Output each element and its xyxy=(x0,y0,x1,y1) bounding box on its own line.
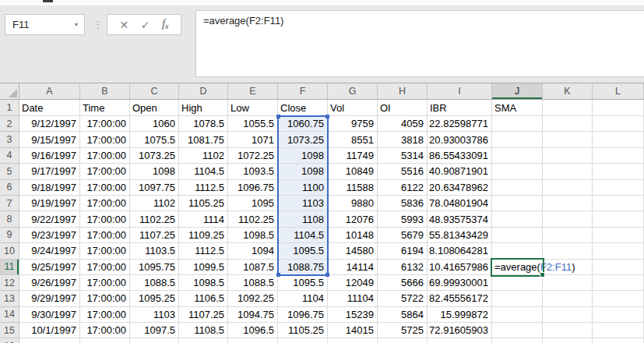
cell-F12[interactable]: 1095.5 xyxy=(278,275,328,291)
cell-I10[interactable]: 8.108064281 xyxy=(428,243,492,259)
cell-G10[interactable]: 14580 xyxy=(328,243,378,259)
cell-L4[interactable] xyxy=(593,148,644,164)
cell-C6[interactable]: 1097.75 xyxy=(130,180,179,196)
cell-B13[interactable]: 17:00:00 xyxy=(80,291,130,306)
cell-H9[interactable]: 5679 xyxy=(378,228,428,243)
cell-B3[interactable]: 17:00:00 xyxy=(80,132,130,147)
cell-D4[interactable]: 1102 xyxy=(179,148,228,164)
column-header-F[interactable]: F xyxy=(278,83,328,100)
cell-L5[interactable] xyxy=(593,164,644,179)
cell-C10[interactable]: 1103.5 xyxy=(130,243,179,259)
cell-G8[interactable]: 12076 xyxy=(328,211,378,227)
cell-E15[interactable]: 1096.5 xyxy=(228,323,278,338)
cell-J14[interactable] xyxy=(492,307,543,323)
cell-H10[interactable]: 6194 xyxy=(378,243,428,259)
cell-I11[interactable]: 10.41657986 xyxy=(428,260,492,275)
cell-C3[interactable]: 1075.5 xyxy=(130,132,179,147)
row-header-7[interactable]: 7 xyxy=(0,196,19,211)
cell-A9[interactable]: 9/23/1997 xyxy=(19,228,80,243)
cell-C5[interactable]: 1098 xyxy=(130,164,179,179)
row-header-12[interactable]: 12 xyxy=(0,275,19,291)
row-header-9[interactable]: 9 xyxy=(0,228,19,243)
cell-D10[interactable]: 1112.5 xyxy=(179,243,228,259)
cell-B8[interactable]: 17:00:00 xyxy=(80,211,130,227)
row-header-10[interactable]: 10 xyxy=(0,243,19,259)
row-header-4[interactable]: 4 xyxy=(0,148,19,164)
cell-K15[interactable] xyxy=(543,323,593,338)
row-header-15[interactable]: 15 xyxy=(0,323,19,338)
cell-A13[interactable]: 9/29/1997 xyxy=(19,291,80,306)
name-box-dropdown-icon[interactable]: ▾ xyxy=(75,22,78,28)
cell-E3[interactable]: 1071 xyxy=(228,132,278,147)
cell-A11[interactable]: 9/25/1997 xyxy=(19,260,80,275)
cell-E7[interactable]: 1095 xyxy=(228,196,278,211)
cell-J10[interactable] xyxy=(492,243,543,259)
row-header-8[interactable]: 8 xyxy=(0,211,19,227)
cell-A4[interactable]: 9/16/1997 xyxy=(19,148,80,164)
row-header-16[interactable]: 16 xyxy=(0,338,19,343)
column-header-E[interactable]: E xyxy=(228,83,278,100)
cell-B6[interactable]: 17:00:00 xyxy=(80,180,130,196)
cell-E1[interactable]: Low xyxy=(228,100,278,116)
cell-J7[interactable] xyxy=(492,196,543,211)
cell-K9[interactable] xyxy=(543,228,593,243)
column-header-L[interactable]: L xyxy=(593,83,644,100)
cell-B11[interactable]: 17:00:00 xyxy=(80,260,130,275)
row-header-11[interactable]: 11 xyxy=(0,260,19,275)
cell-J16[interactable] xyxy=(492,338,543,343)
cell-F14[interactable]: 1096.75 xyxy=(278,307,328,323)
cell-D2[interactable]: 1078.5 xyxy=(179,116,228,132)
cell-D5[interactable]: 1104.5 xyxy=(179,164,228,179)
cell-K8[interactable] xyxy=(543,211,593,227)
cell-H13[interactable]: 5722 xyxy=(378,291,428,306)
cell-D9[interactable]: 1109.25 xyxy=(179,228,228,243)
formula-bar-input[interactable]: =average(F2:F11) xyxy=(195,10,644,77)
cell-E9[interactable]: 1098.5 xyxy=(228,228,278,243)
cell-J4[interactable] xyxy=(492,148,543,164)
cell-I4[interactable]: 86.55433091 xyxy=(428,148,492,164)
cell-K14[interactable] xyxy=(543,307,593,323)
cell-G5[interactable]: 10849 xyxy=(328,164,378,179)
cell-F9[interactable]: 1104.5 xyxy=(278,228,328,243)
cell-I6[interactable]: 20.63478962 xyxy=(428,180,492,196)
cell-J5[interactable] xyxy=(492,164,543,179)
name-box[interactable]: F11 ▾ xyxy=(5,14,85,35)
cell-E12[interactable]: 1088.5 xyxy=(228,275,278,291)
cell-L3[interactable] xyxy=(593,132,644,147)
cell-L8[interactable] xyxy=(593,211,644,227)
cell-D8[interactable]: 1114 xyxy=(179,211,228,227)
cell-D7[interactable]: 1105.25 xyxy=(179,196,228,211)
cell-L1[interactable] xyxy=(593,100,644,116)
cell-K10[interactable] xyxy=(543,243,593,259)
cell-I1[interactable]: IBR xyxy=(428,100,492,116)
cell-H7[interactable]: 5836 xyxy=(378,196,428,211)
cell-L10[interactable] xyxy=(593,243,644,259)
cell-I9[interactable]: 55.81343429 xyxy=(428,228,492,243)
cell-C16[interactable]: 1105.25 xyxy=(130,338,179,343)
cell-C8[interactable]: 1102.25 xyxy=(130,211,179,227)
cell-K1[interactable] xyxy=(543,100,593,116)
cell-F3[interactable]: 1073.25 xyxy=(278,132,328,147)
cell-C14[interactable]: 1103 xyxy=(130,307,179,323)
cell-I7[interactable]: 78.04801904 xyxy=(428,196,492,211)
cell-C2[interactable]: 1060 xyxy=(130,116,179,132)
cell-H5[interactable]: 5516 xyxy=(378,164,428,179)
cell-B14[interactable]: 17:00:00 xyxy=(80,307,130,323)
row-header-6[interactable]: 6 xyxy=(0,180,19,196)
cell-B16[interactable]: 17:00:00 xyxy=(80,338,130,343)
cell-B1[interactable]: Time xyxy=(80,100,130,116)
cell-C11[interactable]: 1095.75 xyxy=(130,260,179,275)
cell-A5[interactable]: 9/17/1997 xyxy=(19,164,80,179)
cell-H4[interactable]: 5314 xyxy=(378,148,428,164)
cell-J9[interactable] xyxy=(492,228,543,243)
cell-J8[interactable] xyxy=(492,211,543,227)
cell-D13[interactable]: 1106.5 xyxy=(179,291,228,306)
cell-B2[interactable]: 17:00:00 xyxy=(80,116,130,132)
cell-D15[interactable]: 1108.5 xyxy=(179,323,228,338)
cell-L2[interactable] xyxy=(593,116,644,132)
cell-A3[interactable]: 9/15/1997 xyxy=(19,132,80,147)
cell-F6[interactable]: 1100 xyxy=(278,180,328,196)
enter-icon[interactable]: ✓ xyxy=(141,19,150,30)
cell-C1[interactable]: Open xyxy=(130,100,179,116)
cell-J1[interactable]: SMA xyxy=(492,100,543,116)
